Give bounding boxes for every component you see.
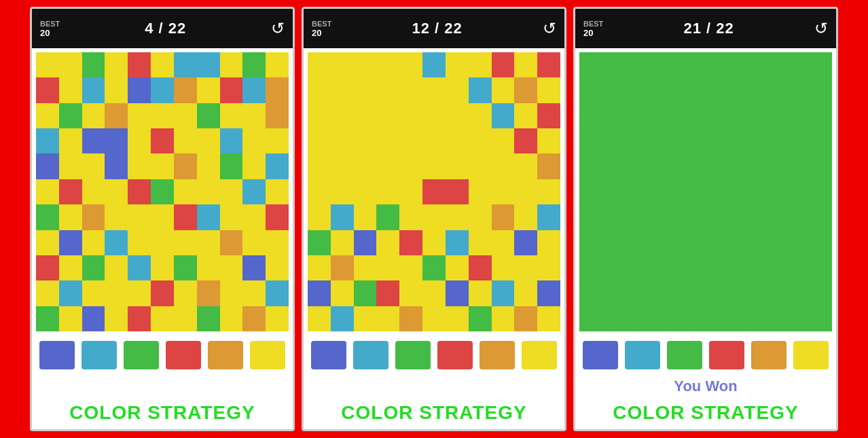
grid-cell[interactable]: [128, 103, 151, 128]
grid-cell[interactable]: [128, 280, 151, 306]
grid-cell[interactable]: [763, 52, 786, 77]
grid-cell[interactable]: [151, 128, 174, 153]
grid-cell[interactable]: [197, 128, 220, 153]
grid-cell[interactable]: [602, 230, 626, 255]
grid-cell[interactable]: [82, 52, 105, 77]
color-select-button[interactable]: [166, 341, 201, 369]
grid-cell[interactable]: [151, 179, 174, 204]
grid-cell[interactable]: [376, 153, 399, 179]
grid-cell[interactable]: [602, 77, 626, 103]
grid-cell[interactable]: [354, 255, 377, 280]
grid-cell[interactable]: [197, 204, 220, 230]
grid-cell[interactable]: [514, 77, 537, 103]
grid-cell[interactable]: [197, 179, 220, 204]
grid-cell[interactable]: [740, 179, 763, 204]
grid-cell[interactable]: [105, 128, 128, 153]
grid-cell[interactable]: [151, 280, 174, 306]
grid-cell[interactable]: [717, 77, 740, 103]
grid-cell[interactable]: [82, 153, 105, 179]
grid-cell[interactable]: [648, 255, 671, 280]
grid-cell[interactable]: [376, 280, 399, 306]
grid-cell[interactable]: [174, 230, 197, 255]
grid-cell[interactable]: [376, 230, 399, 255]
color-select-button[interactable]: [311, 341, 346, 369]
grid-cell[interactable]: [579, 103, 602, 128]
grid-cell[interactable]: [786, 255, 809, 280]
grid-cell[interactable]: [82, 204, 105, 230]
grid-cell[interactable]: [648, 306, 671, 331]
grid-cell[interactable]: [220, 204, 243, 230]
grid-cell[interactable]: [469, 103, 492, 128]
grid-cell[interactable]: [242, 230, 266, 255]
grid-cell[interactable]: [648, 280, 671, 306]
grid-cell[interactable]: [151, 255, 174, 280]
grid-cell[interactable]: [537, 306, 560, 331]
grid-cell[interactable]: [174, 179, 197, 204]
grid-cell[interactable]: [105, 204, 128, 230]
grid-cell[interactable]: [537, 77, 560, 103]
grid-cell[interactable]: [694, 128, 717, 153]
grid-cell[interactable]: [740, 280, 763, 306]
grid-cell[interactable]: [422, 77, 446, 103]
grid-cell[interactable]: [266, 153, 289, 179]
grid-cell[interactable]: [626, 77, 649, 103]
grid-cell[interactable]: [809, 52, 832, 77]
grid-cell[interactable]: [469, 77, 492, 103]
grid-cell[interactable]: [648, 230, 671, 255]
grid-cell[interactable]: [694, 280, 717, 306]
grid-cell[interactable]: [537, 128, 560, 153]
grid-cell[interactable]: [446, 103, 469, 128]
grid-cell[interactable]: [648, 179, 671, 204]
grid-cell[interactable]: [82, 230, 105, 255]
color-grid[interactable]: [36, 52, 289, 331]
grid-cell[interactable]: [717, 204, 740, 230]
grid-cell[interactable]: [242, 280, 266, 306]
grid-cell[interactable]: [786, 280, 809, 306]
grid-cell[interactable]: [266, 77, 289, 103]
color-select-button[interactable]: [437, 341, 473, 369]
grid-cell[interactable]: [422, 280, 446, 306]
grid-cell[interactable]: [105, 230, 128, 255]
grid-cell[interactable]: [220, 153, 243, 179]
grid-cell[interactable]: [763, 280, 786, 306]
grid-cell[interactable]: [671, 179, 694, 204]
grid-cell[interactable]: [514, 280, 537, 306]
grid-cell[interactable]: [740, 255, 763, 280]
grid-cell[interactable]: [82, 128, 105, 153]
grid-cell[interactable]: [331, 204, 354, 230]
grid-cell[interactable]: [626, 230, 649, 255]
grid-cell[interactable]: [36, 179, 59, 204]
grid-cell[interactable]: [59, 179, 82, 204]
grid-cell[interactable]: [220, 128, 243, 153]
grid-cell[interactable]: [514, 103, 537, 128]
grid-cell[interactable]: [105, 306, 128, 331]
grid-cell[interactable]: [694, 179, 717, 204]
grid-cell[interactable]: [446, 230, 469, 255]
grid-cell[interactable]: [602, 128, 626, 153]
grid-cell[interactable]: [422, 255, 446, 280]
grid-cell[interactable]: [740, 153, 763, 179]
grid-cell[interactable]: [220, 77, 243, 103]
grid-cell[interactable]: [266, 52, 289, 77]
grid-cell[interactable]: [36, 306, 59, 331]
color-select-button[interactable]: [250, 341, 285, 369]
grid-cell[interactable]: [399, 77, 422, 103]
grid-cell[interactable]: [514, 179, 537, 204]
grid-cell[interactable]: [422, 52, 446, 77]
grid-cell[interactable]: [602, 52, 626, 77]
grid-cell[interactable]: [376, 128, 399, 153]
grid-cell[interactable]: [242, 103, 266, 128]
grid-cell[interactable]: [266, 103, 289, 128]
grid-cell[interactable]: [809, 179, 832, 204]
grid-cell[interactable]: [399, 128, 422, 153]
grid-cell[interactable]: [220, 52, 243, 77]
grid-cell[interactable]: [763, 204, 786, 230]
grid-cell[interactable]: [446, 204, 469, 230]
grid-cell[interactable]: [671, 128, 694, 153]
grid-cell[interactable]: [763, 255, 786, 280]
grid-cell[interactable]: [694, 52, 717, 77]
grid-cell[interactable]: [579, 128, 602, 153]
grid-cell[interactable]: [36, 204, 59, 230]
color-select-button[interactable]: [751, 341, 786, 369]
grid-cell[interactable]: [579, 255, 602, 280]
